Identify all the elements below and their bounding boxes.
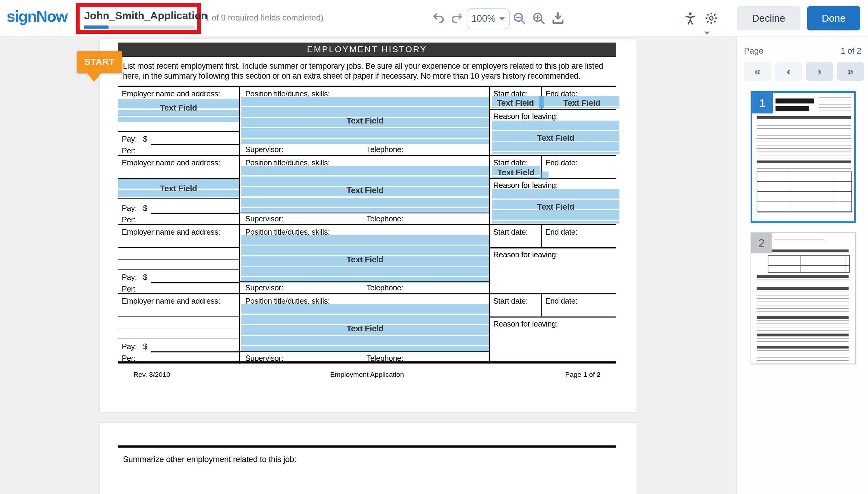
document-viewer: START EMPLOYMENT HISTORY List most recen… [0, 36, 736, 494]
chevron-right-icon: › [818, 65, 821, 78]
telephone-label: Telephone: [367, 214, 403, 223]
zoom-level-value: 100% [472, 13, 496, 24]
end-date-text-field[interactable]: Text Field [544, 96, 620, 109]
employer-label: Employer name and address: [122, 297, 220, 305]
zoom-out-button[interactable] [512, 11, 527, 25]
employment-history-table: Employer name and address: Text Field Pa… [118, 86, 616, 364]
dollar-sign: $ [143, 134, 147, 143]
double-chevron-left-icon: « [754, 65, 761, 78]
pay-label: Pay: [122, 204, 137, 212]
page-indicator: 1 of 2 [841, 46, 861, 55]
reason-text-field[interactable]: Text Field [492, 189, 620, 224]
progress-fill [84, 25, 109, 28]
footer-title: Employment Application [118, 371, 616, 379]
thumbnail-1-badge: 1 [752, 93, 773, 114]
zoom-in-button[interactable] [531, 11, 546, 25]
chevron-down-icon [499, 17, 505, 20]
zoom-out-icon [512, 18, 527, 27]
pages-sidebar: Page 1 of 2 « ‹ › » 1 2 [736, 36, 868, 494]
toolbar: signNow John_Smith_Application 1 of 9 re… [0, 0, 868, 36]
undo-button[interactable] [432, 11, 446, 25]
dollar-sign: $ [143, 204, 147, 212]
start-here-tag[interactable]: START [77, 51, 122, 73]
double-chevron-right-icon: » [847, 65, 853, 78]
position-text-field[interactable]: Text Field [241, 235, 489, 283]
supervisor-label: Supervisor: [245, 145, 283, 154]
employer-label: Employer name and address: [122, 89, 220, 98]
field-overlap [539, 96, 544, 109]
employment-history-header: EMPLOYMENT HISTORY [118, 42, 616, 57]
supervisor-label: Supervisor: [245, 354, 283, 362]
reason-label: Reason for leaving: [493, 319, 558, 328]
page-label: Page [744, 46, 763, 55]
employer-label: Employer name and address: [122, 227, 220, 236]
accessibility-button[interactable] [683, 11, 697, 25]
document-title: John_Smith_Application [84, 10, 207, 22]
redo-icon [449, 18, 464, 27]
download-button[interactable] [551, 11, 566, 25]
start-date-text-field[interactable]: Text Field [492, 166, 540, 178]
required-fields-status: 1 of 9 required fields completed) [205, 13, 324, 22]
employer-text-field[interactable]: Text Field [118, 179, 239, 197]
position-text-field[interactable]: Text Field [241, 97, 489, 144]
zoom-in-icon [531, 18, 546, 27]
reason-text-field[interactable]: Text Field [492, 120, 620, 154]
summarize-label: Summarize other employment related to th… [123, 454, 296, 463]
previous-page-button[interactable]: ‹ [775, 62, 802, 81]
signnow-logo: signNow [7, 8, 67, 25]
thumbnail-2-badge: 2 [751, 233, 772, 253]
per-label: Per: [122, 354, 136, 362]
dollar-sign: $ [143, 342, 147, 350]
section-divider-line [118, 445, 616, 447]
telephone-label: Telephone: [367, 145, 403, 154]
pay-label: Pay: [122, 272, 137, 281]
section-intro-text: List most recent employment first. Inclu… [123, 61, 616, 81]
chevron-left-icon: ‹ [787, 65, 791, 78]
completion-progress-bar [84, 25, 195, 28]
redo-button[interactable] [449, 11, 464, 25]
done-button[interactable]: Done [807, 6, 860, 31]
employer-text-field[interactable]: Text Field [118, 99, 239, 116]
pay-label: Pay: [122, 134, 137, 143]
start-date-label: Start date: [493, 227, 528, 236]
end-date-label: End date: [545, 227, 577, 236]
decline-button[interactable]: Decline [737, 6, 800, 31]
per-label: Per: [122, 146, 136, 155]
employment-block-1: Employer name and address: Text Field Pa… [118, 87, 616, 156]
reason-label: Reason for leaving: [493, 181, 558, 190]
position-text-field[interactable]: Text Field [241, 166, 489, 213]
settings-button[interactable] [704, 11, 726, 25]
last-page-button[interactable]: » [837, 62, 864, 81]
pay-label: Pay: [122, 342, 137, 350]
position-text-field[interactable]: Text Field [241, 304, 489, 352]
per-label: Per: [122, 284, 136, 293]
page-thumbnail-2[interactable]: 2 [751, 232, 856, 364]
employer-text-field-extra[interactable] [118, 117, 239, 122]
undo-icon [432, 18, 446, 27]
start-date-label: Start date: [493, 297, 528, 305]
reason-label: Reason for leaving: [493, 112, 558, 120]
zoom-level-select[interactable]: 100% [466, 8, 510, 30]
app-window: signNow John_Smith_Application 1 of 9 re… [0, 0, 868, 494]
page-number-text: Page 1 of 2 [565, 371, 601, 379]
end-date-label: End date: [545, 297, 577, 305]
gear-icon [704, 11, 719, 25]
employer-label: Employer name and address: [122, 158, 220, 167]
page-navigation: « ‹ › » [744, 62, 864, 81]
dollar-sign: $ [143, 272, 147, 281]
supervisor-label: Supervisor: [245, 214, 283, 223]
accessibility-icon [683, 18, 697, 27]
per-label: Per: [122, 215, 136, 224]
next-page-button[interactable]: › [806, 62, 833, 81]
reason-label: Reason for leaving: [493, 250, 558, 259]
page-thumbnail-1[interactable]: 1 [751, 91, 856, 223]
telephone-label: Telephone: [367, 283, 403, 292]
first-page-button[interactable]: « [744, 62, 771, 81]
supervisor-label: Supervisor: [245, 283, 283, 292]
field-overlap [540, 171, 549, 180]
download-icon [551, 18, 566, 27]
document-page-2: Summarize other employment related to th… [100, 423, 637, 494]
employment-block-4: Employer name and address: Pay: $ Per: P… [118, 294, 616, 364]
employment-block-2: Employer name and address: Text Field Pa… [118, 156, 616, 225]
start-date-text-field[interactable]: Text Field [492, 96, 539, 109]
